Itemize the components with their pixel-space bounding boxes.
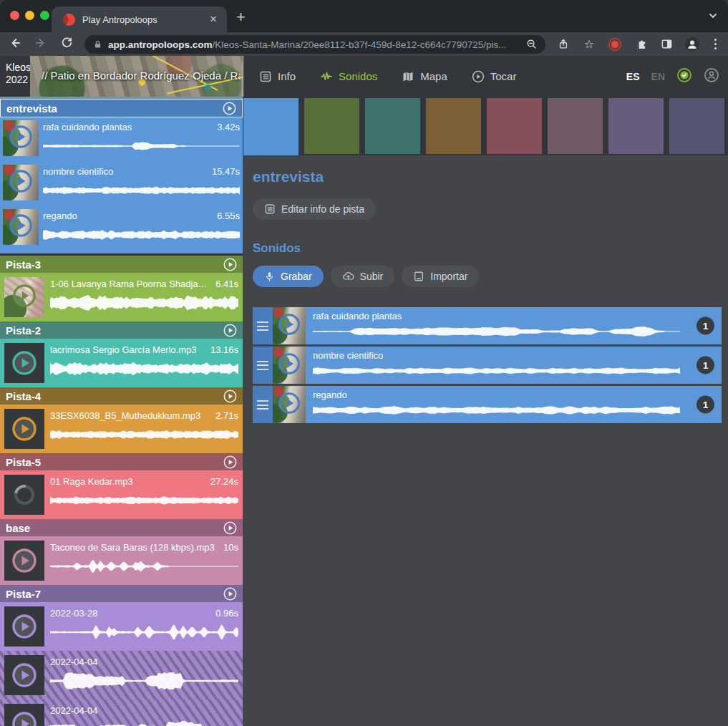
sound-thumbnail[interactable] bbox=[4, 277, 44, 317]
track-header[interactable]: entrevista bbox=[0, 99, 243, 117]
sound-thumbnail[interactable] bbox=[4, 475, 44, 515]
sound-row[interactable]: 2022-04-04 bbox=[0, 700, 243, 726]
track-header[interactable]: Pista-7 bbox=[0, 585, 243, 602]
palette-swatch[interactable] bbox=[426, 98, 481, 154]
play-sound-icon[interactable] bbox=[11, 416, 37, 442]
track-header[interactable]: Pista-2 bbox=[0, 321, 243, 339]
play-sound-icon[interactable] bbox=[9, 125, 33, 149]
play-sound-icon[interactable] bbox=[11, 548, 37, 573]
sound-row[interactable]: regando6.55s bbox=[0, 206, 243, 251]
palette-swatch[interactable] bbox=[548, 98, 603, 154]
track-header[interactable]: base bbox=[0, 519, 243, 536]
sound-row[interactable]: Taconeo de Sara Baras (128 kbps).mp310s bbox=[0, 536, 243, 585]
app-logo[interactable]: Kleos 2022 bbox=[0, 56, 30, 97]
sound-thumbnail[interactable] bbox=[4, 655, 44, 695]
tab-info[interactable]: Info bbox=[259, 70, 296, 83]
panel-title: entrevista bbox=[253, 168, 722, 185]
sound-thumbnail[interactable] bbox=[3, 165, 39, 200]
play-sound-icon[interactable] bbox=[278, 313, 301, 336]
sound-row[interactable]: 1-06 Lavanya Rama Poorna Shadjam Rupak..… bbox=[0, 273, 243, 321]
zoom-window-button[interactable] bbox=[40, 11, 49, 20]
sound-row[interactable]: 2022-03-280.96s bbox=[0, 602, 243, 651]
record-extension-icon[interactable] bbox=[607, 37, 623, 52]
panel-sound-row[interactable]: rafa cuidando plantas1 bbox=[253, 307, 722, 344]
sound-row[interactable]: nombre cientifico15.47s bbox=[0, 162, 243, 206]
sound-row[interactable]: 33ESX6038_B5_Muthedukkum.mp32.71s bbox=[0, 405, 243, 453]
play-track-icon[interactable] bbox=[223, 389, 237, 403]
sound-row[interactable]: 01 Raga Kedar.mp327.24s bbox=[0, 470, 243, 519]
drag-handle-icon[interactable] bbox=[253, 347, 273, 384]
side-panel-icon[interactable] bbox=[659, 38, 674, 50]
play-track-icon[interactable] bbox=[223, 324, 237, 337]
extensions-puzzle-icon[interactable] bbox=[633, 38, 649, 50]
lang-en-button[interactable]: EN bbox=[651, 71, 665, 82]
sound-thumbnail[interactable] bbox=[273, 347, 306, 384]
profile-avatar-icon[interactable] bbox=[684, 37, 700, 52]
window-controls[interactable] bbox=[10, 11, 49, 20]
sound-thumbnail[interactable] bbox=[3, 120, 39, 156]
reload-icon[interactable] bbox=[59, 37, 74, 52]
panel-sound-row[interactable]: nombre cientifico1 bbox=[253, 347, 722, 384]
play-sound-icon[interactable] bbox=[9, 169, 33, 193]
play-sound-icon[interactable] bbox=[278, 352, 301, 375]
play-sound-icon[interactable] bbox=[11, 614, 37, 639]
play-sound-icon[interactable] bbox=[11, 711, 37, 726]
sound-thumbnail[interactable] bbox=[4, 541, 44, 581]
track-header[interactable]: Pista-5 bbox=[0, 453, 243, 470]
browser-tab[interactable]: Play Antropoloops × bbox=[52, 6, 227, 32]
play-track-icon[interactable] bbox=[223, 102, 236, 115]
zoom-out-icon[interactable] bbox=[526, 39, 537, 49]
play-sound-icon[interactable] bbox=[11, 662, 37, 688]
import-button[interactable]: Importar bbox=[402, 266, 479, 287]
record-button[interactable]: Grabar bbox=[253, 266, 324, 287]
palette-swatch[interactable] bbox=[243, 98, 299, 155]
minimize-window-button[interactable] bbox=[25, 11, 34, 20]
play-track-icon[interactable] bbox=[223, 521, 237, 535]
play-track-icon[interactable] bbox=[223, 455, 237, 469]
sound-thumbnail[interactable] bbox=[4, 704, 44, 726]
close-window-button[interactable] bbox=[10, 11, 19, 20]
track-header[interactable]: Pista-3 bbox=[0, 256, 243, 273]
close-tab-icon[interactable]: × bbox=[207, 12, 220, 26]
panel-sound-row[interactable]: regando1 bbox=[253, 386, 722, 423]
tab-search-chevron-icon[interactable] bbox=[708, 11, 718, 24]
lang-es-button[interactable]: ES bbox=[626, 71, 640, 82]
play-track-icon[interactable] bbox=[223, 587, 237, 601]
sound-thumbnail[interactable] bbox=[273, 386, 306, 423]
sound-row[interactable]: rafa cuidando plantas3.42s bbox=[0, 117, 243, 162]
browser-menu-icon[interactable] bbox=[710, 39, 721, 49]
sync-check-icon[interactable] bbox=[676, 67, 692, 86]
play-sound-icon[interactable] bbox=[11, 350, 37, 376]
sound-thumbnail[interactable] bbox=[4, 606, 44, 647]
sound-thumbnail[interactable] bbox=[4, 343, 44, 383]
sound-row[interactable]: 2022-04-04 bbox=[0, 651, 243, 700]
drag-handle-icon[interactable] bbox=[253, 307, 273, 344]
tab-mapa[interactable]: Mapa bbox=[402, 70, 447, 83]
share-icon[interactable] bbox=[555, 38, 571, 50]
palette-swatch[interactable] bbox=[487, 98, 542, 154]
play-sound-icon[interactable] bbox=[9, 213, 33, 238]
palette-swatch[interactable] bbox=[608, 98, 664, 154]
new-tab-button[interactable]: + bbox=[236, 8, 246, 26]
tab-tocar[interactable]: Tocar bbox=[472, 70, 517, 83]
account-icon[interactable] bbox=[704, 67, 719, 86]
forward-icon[interactable] bbox=[33, 37, 49, 52]
palette-swatch[interactable] bbox=[669, 98, 724, 154]
bookmark-star-icon[interactable]: ☆ bbox=[581, 37, 597, 51]
drag-handle-icon[interactable] bbox=[253, 386, 273, 423]
palette-swatch[interactable] bbox=[304, 98, 359, 154]
tab-sonidos[interactable]: Sonidos bbox=[320, 70, 377, 83]
sound-thumbnail[interactable] bbox=[3, 209, 39, 245]
upload-button[interactable]: Subir bbox=[331, 266, 395, 287]
back-icon[interactable] bbox=[7, 37, 23, 52]
palette-swatch[interactable] bbox=[365, 98, 420, 154]
play-sound-icon[interactable] bbox=[278, 392, 301, 415]
play-track-icon[interactable] bbox=[223, 258, 237, 271]
sound-thumbnail[interactable] bbox=[4, 409, 44, 449]
edit-track-button[interactable]: Editar info de pista bbox=[253, 198, 376, 220]
sound-row[interactable]: lacrimosa Sergio García Merlo.mp313.16s bbox=[0, 339, 243, 387]
url-bar[interactable]: app.antropoloops.com/Kleos-Santa-Marina/… bbox=[84, 35, 545, 54]
track-header[interactable]: Pista-4 bbox=[0, 387, 243, 405]
sound-thumbnail[interactable] bbox=[273, 307, 306, 344]
play-sound-icon[interactable] bbox=[12, 284, 37, 308]
